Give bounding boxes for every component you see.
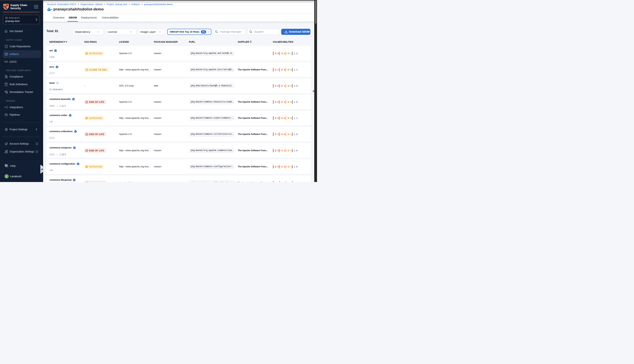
- svg-text:?: ?: [6, 164, 7, 166]
